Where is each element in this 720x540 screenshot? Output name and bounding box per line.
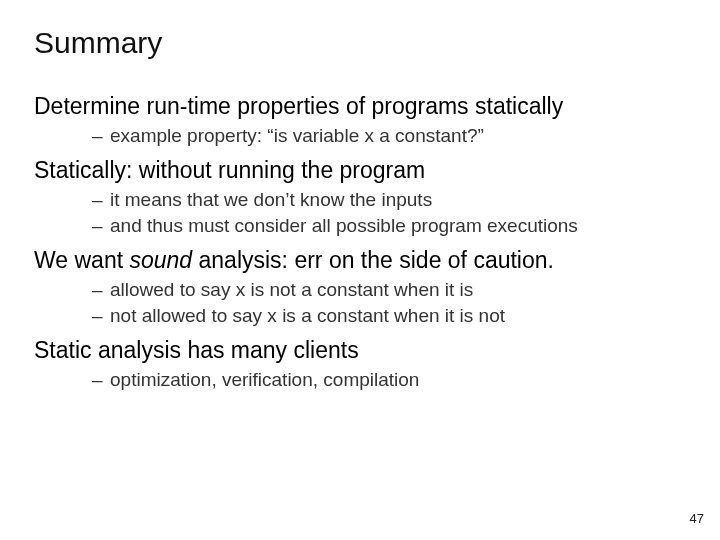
sub-bullet: example property: “is variable x a const… (92, 123, 686, 149)
sub-bullet: it means that we don’t know the inputs (92, 187, 686, 213)
sub-list: optimization, verification, compilation (92, 367, 686, 393)
sub-bullet: and thus must consider all possible prog… (92, 213, 686, 239)
bullet-point: Static analysis has many clients (34, 336, 686, 365)
sub-list: example property: “is variable x a const… (92, 123, 686, 149)
slide-title: Summary (34, 26, 686, 60)
sub-bullet: not allowed to say x is a constant when … (92, 303, 686, 329)
page-number: 47 (690, 511, 704, 526)
bullet-point: Determine run-time properties of program… (34, 92, 686, 121)
text-run: analysis: err on the side of caution. (192, 247, 554, 273)
bullet-point: We want sound analysis: err on the side … (34, 246, 686, 275)
text-run: We want (34, 247, 129, 273)
sub-list: it means that we don’t know the inputs a… (92, 187, 686, 238)
italic-text: sound (129, 247, 192, 273)
sub-list: allowed to say x is not a constant when … (92, 277, 686, 328)
sub-bullet: allowed to say x is not a constant when … (92, 277, 686, 303)
bullet-point: Statically: without running the program (34, 156, 686, 185)
sub-bullet: optimization, verification, compilation (92, 367, 686, 393)
